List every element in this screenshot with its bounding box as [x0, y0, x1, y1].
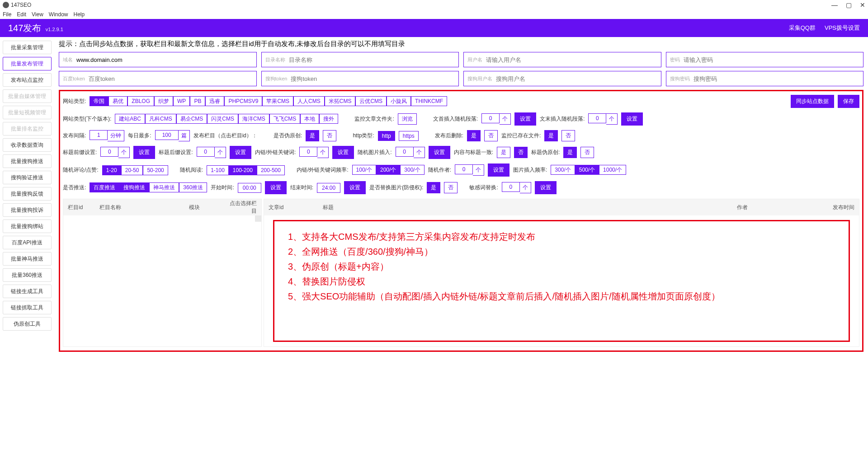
link-keyword-input[interactable]	[299, 147, 317, 157]
siteTypesNext-option-6[interactable]: 本地	[300, 114, 319, 124]
siteTypesNext-option-2[interactable]: 易企CMS	[176, 114, 208, 124]
siteTypes-option-0[interactable]: 帝国	[90, 96, 108, 106]
sidebar-item-7[interactable]: 批量搜狗推送	[3, 154, 52, 168]
menu-view[interactable]: View	[32, 11, 43, 18]
sidebar-item-13[interactable]: 批量神马推送	[3, 252, 52, 266]
input-sogou-pwd[interactable]: 搜狗密码	[666, 71, 864, 86]
siteTypes-option-10[interactable]: 米拓CMS	[325, 96, 356, 106]
siteTypesNext-option-5[interactable]: 飞飞CMS	[269, 114, 301, 124]
rand-img-input[interactable]	[396, 147, 414, 157]
tpseudo-yes[interactable]: 是	[563, 147, 577, 158]
http-option[interactable]: http	[378, 131, 395, 141]
sidebar-item-11[interactable]: 批量搜狗绑站	[3, 219, 52, 233]
sidebar-item-17[interactable]: 伪原创工具	[3, 317, 52, 331]
rand-author-set[interactable]: 设置	[488, 163, 509, 177]
input-username[interactable]: 用户名	[463, 52, 661, 67]
https-option[interactable]: https	[399, 131, 419, 141]
close-icon[interactable]: ✕	[860, 1, 865, 9]
menu-help[interactable]: Help	[74, 11, 85, 18]
pseudo-yes[interactable]: 是	[306, 130, 319, 141]
prefix-random-input[interactable]	[481, 113, 500, 123]
sidebar-item-4[interactable]: 批量短视频管理	[3, 106, 52, 119]
imgFreqs-option-0[interactable]: 300/个	[551, 165, 575, 175]
sidebar-item-2[interactable]: 发布站点监控	[3, 73, 52, 87]
dirname-field[interactable]	[289, 56, 455, 63]
title-suffix-set[interactable]: 设置	[230, 146, 251, 159]
start-time-input[interactable]	[238, 183, 261, 193]
sogou-pwd-field[interactable]	[693, 75, 860, 82]
suffix-random-input[interactable]	[588, 113, 606, 123]
siteTypes-option-11[interactable]: 云优CMS	[355, 96, 387, 106]
link-vps-settings[interactable]: VPS拨号设置	[825, 24, 860, 32]
siteTypes-option-5[interactable]: PB	[190, 96, 205, 106]
repimg-yes[interactable]: 是	[427, 182, 440, 193]
end-time-set[interactable]: 设置	[344, 181, 366, 194]
siteTypes-option-7[interactable]: PHPCMSV9	[224, 96, 262, 106]
input-dirname[interactable]: 目录名称	[261, 52, 459, 67]
minimize-icon[interactable]: —	[831, 1, 838, 9]
save-button[interactable]: 保存	[838, 95, 859, 108]
siteTypes-option-2[interactable]: ZBLOG	[127, 96, 154, 106]
sogou-user-field[interactable]	[496, 75, 657, 82]
scrollbar-stub[interactable]	[255, 215, 261, 222]
input-baidu-token[interactable]: 百度token	[59, 71, 257, 86]
monexist-no[interactable]: 否	[561, 130, 575, 141]
siteTypesNext-option-7[interactable]: 搜外	[319, 114, 338, 124]
input-sogou-user[interactable]: 搜狗用户名	[463, 71, 661, 86]
siteTypes-option-8[interactable]: 苹果CMS	[262, 96, 293, 106]
input-password[interactable]: 密码	[666, 52, 864, 67]
siteTypes-option-13[interactable]: THINKCMF	[411, 96, 447, 106]
link-qq-group[interactable]: 采集QQ群	[789, 24, 816, 32]
start-time-set[interactable]: 设置	[265, 181, 287, 194]
siteTypes-option-4[interactable]: WP	[173, 96, 190, 106]
sidebar-item-10[interactable]: 批量搜狗投诉	[3, 203, 52, 217]
linkFreqs-option-0[interactable]: 100/个	[352, 165, 376, 175]
siteTypesNext-option-0[interactable]: 建站ABC	[115, 114, 145, 124]
input-domain[interactable]: 域名	[59, 52, 257, 67]
siteTypes-option-1[interactable]: 易优	[108, 96, 127, 106]
linkFreqs-option-1[interactable]: 200/个	[376, 165, 400, 175]
siteTypes-option-9[interactable]: 人人CMS	[293, 96, 325, 106]
pushOptions-option-3[interactable]: 360推送	[179, 182, 207, 192]
prefix-random-set[interactable]: 设置	[514, 112, 536, 126]
rand-author-input[interactable]	[455, 164, 473, 174]
pseudo-no[interactable]: 否	[323, 130, 336, 141]
perday-input[interactable]	[155, 130, 179, 140]
siteTypes-option-6[interactable]: 迅睿	[205, 96, 224, 106]
sens-word-set[interactable]: 设置	[535, 181, 557, 194]
delafter-no[interactable]: 否	[484, 130, 498, 141]
imgFreqs-option-1[interactable]: 500/个	[575, 165, 599, 175]
interval-input[interactable]	[90, 130, 108, 140]
sidebar-item-9[interactable]: 批量搜狗反馈	[3, 187, 52, 201]
commentRanges-option-0[interactable]: 1-20	[102, 165, 121, 175]
commentRanges-option-2[interactable]: 50-200	[143, 165, 168, 175]
ctitle-yes[interactable]: 是	[497, 147, 510, 158]
link-keyword-set[interactable]: 设置	[332, 146, 354, 159]
readRanges-option-1[interactable]: 100-200	[229, 165, 257, 175]
maximize-icon[interactable]: ▢	[846, 1, 852, 9]
sync-site-button[interactable]: 同步站点数据	[791, 95, 834, 108]
menu-file[interactable]: File	[3, 11, 11, 18]
repimg-no[interactable]: 否	[444, 182, 458, 193]
imgFreqs-option-2[interactable]: 1000/个	[599, 165, 626, 175]
sogou-token-field[interactable]	[291, 75, 455, 82]
readRanges-option-2[interactable]: 200-500	[257, 165, 285, 175]
end-time-input[interactable]	[317, 183, 340, 193]
pushOptions-option-1[interactable]: 搜狗推送	[119, 182, 149, 192]
siteTypesNext-option-4[interactable]: 海洋CMS	[238, 114, 269, 124]
title-prefix-set[interactable]: 设置	[133, 146, 155, 159]
sidebar-item-3[interactable]: 批量自媒体管理	[3, 89, 52, 103]
sidebar-item-16[interactable]: 链接抓取工具	[3, 301, 52, 314]
baidu-token-field[interactable]	[89, 75, 253, 82]
title-suffix-input[interactable]	[197, 147, 215, 157]
title-prefix-input[interactable]	[100, 147, 118, 157]
siteTypes-option-3[interactable]: 织梦	[154, 96, 173, 106]
menu-edit[interactable]: Edit	[17, 11, 26, 18]
domain-field[interactable]	[76, 56, 253, 63]
linkFreqs-option-2[interactable]: 300/个	[400, 165, 424, 175]
siteTypes-option-12[interactable]: 小旋风	[387, 96, 411, 106]
menu-window[interactable]: Window	[49, 11, 68, 18]
sidebar-item-6[interactable]: 收录数据查询	[3, 138, 52, 152]
monexist-yes[interactable]: 是	[544, 130, 558, 141]
siteTypesNext-option-1[interactable]: 凡科CMS	[145, 114, 176, 124]
